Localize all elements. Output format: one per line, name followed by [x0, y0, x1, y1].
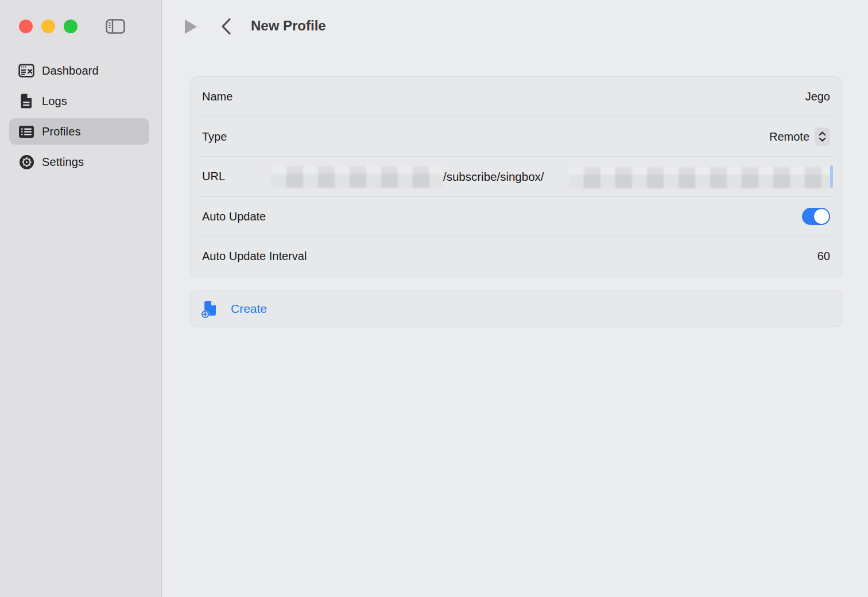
profile-form-card: Name Jego Type Remote URL /subscribe/sin…: [190, 76, 842, 277]
name-row: Name Jego: [191, 77, 842, 117]
sidebar-nav: Dashboard Logs: [9, 57, 149, 175]
sidebar-item-label: Dashboard: [42, 64, 99, 77]
app-window: Dashboard Logs: [0, 0, 868, 597]
auto-update-row: Auto Update: [191, 197, 842, 237]
dashboard-icon: [18, 63, 34, 79]
back-icon[interactable]: [220, 17, 233, 38]
url-redacted-suffix: [569, 167, 831, 188]
auto-update-interval-row: Auto Update Interval 60: [191, 237, 842, 277]
auto-update-interval-field[interactable]: 60: [817, 250, 830, 263]
sidebar: Dashboard Logs: [0, 0, 162, 597]
url-field[interactable]: /subscribe/singbox/: [443, 157, 544, 197]
sidebar-item-settings[interactable]: Settings: [9, 149, 149, 175]
page-title: New Profile: [251, 18, 326, 34]
document-add-icon: [201, 300, 218, 319]
close-window-button[interactable]: [19, 20, 33, 33]
auto-update-interval-label: Auto Update Interval: [202, 250, 307, 263]
url-redacted-prefix: [272, 166, 443, 188]
create-button-label: Create: [231, 302, 267, 316]
type-select[interactable]: Remote: [769, 127, 830, 146]
name-field[interactable]: Jego: [805, 90, 830, 103]
sidebar-item-dashboard[interactable]: Dashboard: [9, 57, 149, 84]
auto-update-label: Auto Update: [202, 210, 266, 223]
url-label: URL: [202, 170, 225, 183]
window-controls: [19, 20, 78, 33]
sidebar-item-profiles[interactable]: Profiles: [9, 118, 149, 145]
sidebar-toggle-icon[interactable]: [106, 19, 125, 34]
url-row: URL /subscribe/singbox/: [191, 157, 842, 197]
minimize-window-button[interactable]: [41, 20, 55, 33]
sidebar-item-label: Settings: [42, 156, 84, 169]
toggle-knob: [814, 209, 829, 224]
name-label: Name: [202, 90, 232, 103]
type-label: Type: [202, 130, 227, 144]
sidebar-item-logs[interactable]: Logs: [9, 88, 149, 114]
create-button[interactable]: Create: [190, 290, 842, 327]
logs-icon: [18, 93, 34, 109]
zoom-window-button[interactable]: [64, 20, 78, 33]
chevron-up-down-icon: [815, 127, 830, 146]
type-row: Type Remote: [191, 117, 842, 157]
sidebar-item-label: Logs: [42, 95, 67, 108]
profiles-icon: [18, 123, 34, 139]
play-icon[interactable]: [184, 19, 197, 37]
settings-icon: [18, 154, 34, 170]
auto-update-toggle[interactable]: [802, 208, 830, 225]
sidebar-item-label: Profiles: [42, 125, 81, 138]
type-selected-value: Remote: [769, 130, 809, 144]
text-caret: [830, 165, 833, 188]
